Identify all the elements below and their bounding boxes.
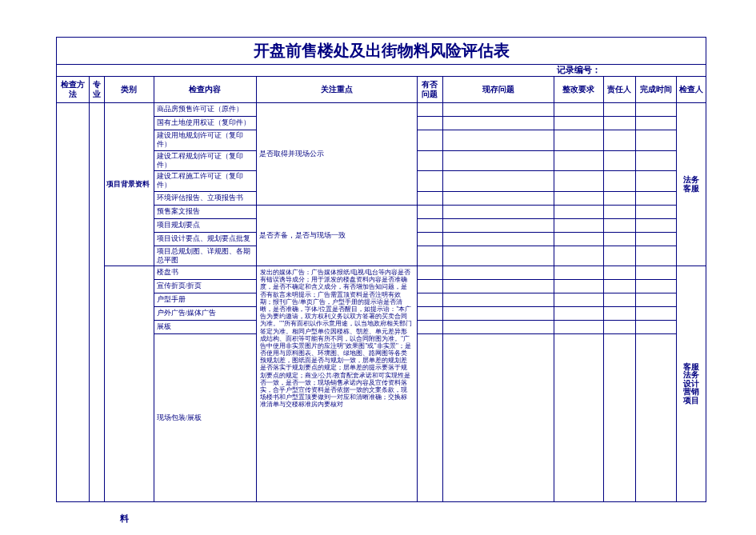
hdr-has-issue: 有否问题 bbox=[417, 77, 442, 103]
content-cell: 国有土地使用权证（复印件） bbox=[154, 117, 256, 130]
title-row: 开盘前售楼处及出街物料风险评估表 bbox=[57, 38, 706, 65]
category-2 bbox=[104, 266, 154, 502]
hdr-current-issue: 现存问题 bbox=[442, 77, 554, 103]
content-cell: 预售案文报告 bbox=[154, 205, 256, 218]
content-cell: 环境评估报告、立项报告书 bbox=[154, 191, 256, 205]
focus-b: 是否齐备，是否与现场一致 bbox=[256, 205, 417, 266]
table-row: 项目背景资料 商品房预售许可证（原件） 是否取得并现场公示 法务 客服 bbox=[57, 103, 706, 117]
risk-assessment-table: 开盘前售楼处及出街物料风险评估表 记录编号： 检查方法 专业 类别 检查内容 关… bbox=[56, 37, 706, 502]
hdr-rectify: 整改要求 bbox=[554, 77, 603, 103]
content-cell: 建设用地规划许可证（复印件） bbox=[154, 130, 256, 151]
reviewer-2: 客服 法务 设计 营销 项目 bbox=[677, 266, 706, 502]
content-cell: 建设工程施工许可证（复印件） bbox=[154, 171, 256, 192]
method-cell bbox=[57, 103, 90, 502]
content-cell: 项目规划要点 bbox=[154, 218, 256, 232]
record-number-label: 记录编号： bbox=[554, 65, 706, 77]
specialty-cell bbox=[89, 103, 104, 502]
content-cell: 现场包装/展板 bbox=[154, 334, 256, 502]
content-cell: 户外广告/媒体广告 bbox=[154, 307, 256, 321]
content-cell: 建设工程规划许可证（复印件） bbox=[154, 150, 256, 171]
header-row: 检查方法 专业 类别 检查内容 关注重点 有否问题 现存问题 整改要求 责任人 … bbox=[57, 77, 706, 103]
content-cell: 宣传折页/折页 bbox=[154, 280, 256, 293]
hdr-focus: 关注重点 bbox=[256, 77, 417, 103]
content-cell: 户型手册 bbox=[154, 293, 256, 307]
hdr-method: 检查方法 bbox=[57, 77, 90, 103]
hdr-reviewer: 检查人 bbox=[677, 77, 706, 103]
focus-a: 是否取得并现场公示 bbox=[256, 103, 417, 206]
content-cell: 项目总规划图、详规图、各期总平图 bbox=[154, 246, 256, 266]
doc-title: 开盘前售楼处及出街物料风险评估表 bbox=[57, 38, 706, 65]
responsible-cell bbox=[603, 103, 636, 117]
hdr-specialty: 专业 bbox=[89, 77, 104, 103]
table-row: 楼盘书 发出的媒体广告：广告媒体报纸/电视/电台等内容是否有错误诱导成分；用于派… bbox=[57, 266, 706, 280]
current-issue-cell bbox=[442, 103, 554, 117]
table-row: 预售案文报告 是否齐备，是否与现场一致 bbox=[57, 205, 706, 218]
content-cell: 商品房预售许可证（原件） bbox=[154, 103, 256, 117]
issue-cell bbox=[417, 103, 442, 117]
category-1: 项目背景资料 bbox=[104, 103, 154, 266]
content-cell: 项目设计要点、规划要点批复 bbox=[154, 232, 256, 246]
rectify-cell bbox=[554, 103, 603, 117]
hdr-category: 类别 bbox=[104, 77, 154, 103]
hdr-content: 检查内容 bbox=[154, 77, 256, 103]
record-number-row: 记录编号： bbox=[57, 65, 706, 77]
hdr-complete-time: 完成时间 bbox=[636, 77, 677, 103]
hdr-responsible: 责任人 bbox=[603, 77, 636, 103]
focus-long: 发出的媒体广告：广告媒体报纸/电视/电台等内容是否有错误诱导成分；用于派发的楼盘… bbox=[256, 266, 417, 502]
content-cell: 楼盘书 bbox=[154, 266, 256, 280]
below-left-text: 料 bbox=[101, 502, 147, 525]
complete-cell bbox=[636, 103, 677, 117]
reviewer-1: 法务 客服 bbox=[677, 103, 706, 266]
content-cell: 展板 bbox=[154, 321, 256, 334]
